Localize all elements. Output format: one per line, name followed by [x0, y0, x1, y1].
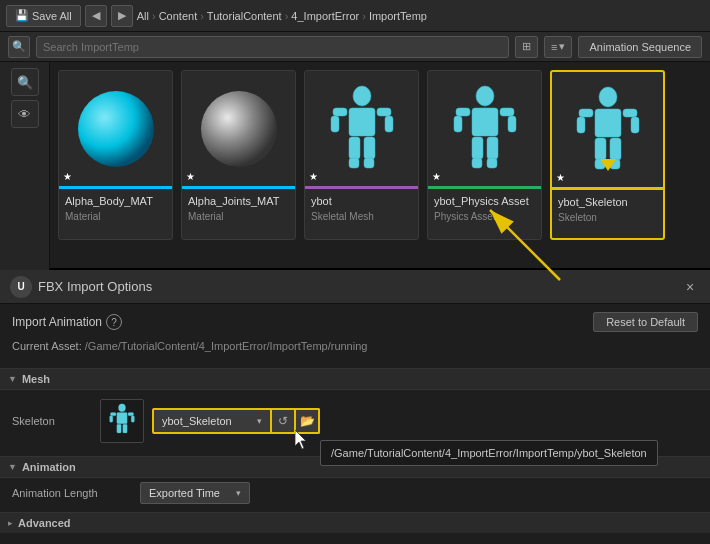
view-toggle-button[interactable]: ⊞ — [515, 36, 538, 58]
figure-ybot-icon — [327, 84, 397, 174]
search-input-wrap — [36, 36, 509, 58]
save-all-button[interactable]: 💾 Save All — [6, 5, 81, 27]
import-animation-label: Import Animation — [12, 315, 102, 329]
breadcrumb-import-temp[interactable]: ImportTemp — [369, 10, 427, 22]
asset-star-icon: ★ — [432, 171, 441, 182]
svg-rect-38 — [131, 416, 134, 422]
search-input[interactable] — [43, 41, 502, 53]
arrow-down-icon — [596, 151, 620, 175]
breadcrumb-tutorial[interactable]: TutorialContent — [207, 10, 282, 22]
advanced-section-header[interactable]: ▸ Advanced — [0, 512, 710, 533]
search-panel-icon[interactable]: 🔍 — [11, 68, 39, 96]
asset-item-ybot-physics[interactable]: ★ ybot_Physics Asset Physics Asset — [427, 70, 542, 240]
dialog-titlebar: U FBX Import Options × — [0, 270, 710, 304]
search-bar: 🔍 ⊞ ≡ ▾ Animation Sequence — [0, 32, 710, 62]
svg-rect-5 — [377, 108, 391, 116]
asset-thumb-ybot-physics: ★ — [428, 71, 541, 186]
svg-rect-11 — [364, 158, 374, 168]
breadcrumb-content[interactable]: Content — [159, 10, 198, 22]
type-bar — [428, 186, 541, 189]
asset-name: ybot_Physics Asset — [434, 195, 535, 207]
svg-rect-9 — [364, 137, 375, 159]
asset-name: ybot — [311, 195, 412, 207]
breadcrumb: All › Content › TutorialContent › 4_Impo… — [137, 10, 427, 22]
asset-type: Physics Asset — [434, 211, 535, 222]
skeleton-thumb-icon — [107, 403, 137, 439]
svg-rect-24 — [579, 109, 593, 117]
asset-item-alpha-body-mat[interactable]: ★ Alpha_Body_MAT Material — [58, 70, 173, 240]
type-bar — [182, 186, 295, 189]
import-animation-label-group: Import Animation ? — [12, 314, 122, 330]
animation-section-title: Animation — [22, 461, 76, 473]
asset-name: ybot_Skeleton — [558, 196, 657, 208]
asset-info: ybot_Skeleton Skeleton — [552, 192, 663, 238]
svg-rect-14 — [456, 108, 470, 116]
svg-point-2 — [353, 86, 371, 106]
skeleton-actions: ↺ 📂 — [272, 408, 320, 434]
asset-item-ybot[interactable]: ★ ybot Skeletal Mesh — [304, 70, 419, 240]
sphere-blue-icon — [71, 84, 161, 174]
animation-sequence-filter-button[interactable]: Animation Sequence — [578, 36, 702, 58]
asset-star-icon: ★ — [309, 171, 318, 182]
left-panel: 🔍 👁 — [0, 62, 50, 270]
svg-rect-4 — [333, 108, 347, 116]
breadcrumb-all[interactable]: All — [137, 10, 149, 22]
skeleton-dropdown[interactable]: ybot_Skeleton ▾ — [152, 408, 272, 434]
anim-dropdown-arrow-icon: ▾ — [236, 488, 241, 498]
svg-rect-16 — [454, 116, 462, 132]
figure-physics-icon — [450, 84, 520, 174]
asset-item-alpha-joints-mat[interactable]: ★ Alpha_Joints_MAT Material — [181, 70, 296, 240]
filter-icon: ≡ — [551, 41, 557, 53]
breadcrumb-import-error[interactable]: 4_ImportError — [291, 10, 359, 22]
svg-point-22 — [599, 87, 617, 107]
asset-item-ybot-skeleton[interactable]: ★ ybot_Skeleton Skeleton — [550, 70, 665, 240]
skeleton-refresh-button[interactable]: ↺ — [272, 408, 296, 434]
asset-thumb-ybot: ★ — [305, 71, 418, 186]
svg-rect-6 — [331, 116, 339, 132]
svg-rect-35 — [110, 413, 116, 416]
sphere-gray-icon — [194, 84, 284, 174]
nav-forward-button[interactable]: ▶ — [111, 5, 133, 27]
help-icon[interactable]: ? — [106, 314, 122, 330]
svg-rect-36 — [128, 413, 134, 416]
svg-rect-20 — [472, 158, 482, 168]
asset-info: Alpha_Body_MAT Material — [59, 191, 172, 239]
svg-rect-34 — [117, 413, 127, 424]
animation-length-dropdown[interactable]: Exported Time ▾ — [140, 482, 250, 504]
asset-name: Alpha_Joints_MAT — [188, 195, 289, 207]
animation-length-row: Animation Length Exported Time ▾ — [0, 478, 710, 508]
current-asset-path: /Game/TutorialContent/4_ImportError/Impo… — [85, 340, 368, 352]
svg-rect-40 — [123, 424, 127, 433]
anim-chevron-icon: ▼ — [8, 462, 17, 472]
view-panel-icon[interactable]: 👁 — [11, 100, 39, 128]
skeleton-label: Skeleton — [12, 415, 92, 427]
filter-button[interactable]: ≡ ▾ — [544, 36, 572, 58]
nav-back-button[interactable]: ◀ — [85, 5, 107, 27]
mesh-section-title: Mesh — [22, 373, 50, 385]
skeleton-dropdown-wrap: ybot_Skeleton ▾ ↺ 📂 — [152, 408, 320, 434]
svg-rect-25 — [623, 109, 637, 117]
asset-browser-panel: 💾 Save All ◀ ▶ All › Content › TutorialC… — [0, 0, 710, 270]
advanced-section-title: Advanced — [18, 517, 71, 529]
dialog-title: FBX Import Options — [38, 279, 152, 294]
asset-star-icon: ★ — [186, 171, 195, 182]
unreal-logo: U — [10, 276, 32, 298]
svg-rect-17 — [508, 116, 516, 132]
asset-type: Material — [65, 211, 166, 222]
search-icon-btn[interactable]: 🔍 — [8, 36, 30, 58]
asset-name: Alpha_Body_MAT — [65, 195, 166, 207]
mesh-section-content: Skeleton — [0, 390, 710, 452]
mesh-chevron-icon: ▼ — [8, 374, 17, 384]
asset-type: Skeletal Mesh — [311, 211, 412, 222]
current-asset-row: Current Asset: /Game/TutorialContent/4_I… — [12, 340, 698, 352]
asset-type: Material — [188, 211, 289, 222]
dialog-close-button[interactable]: × — [680, 277, 700, 297]
svg-rect-7 — [385, 116, 393, 132]
animation-section-header[interactable]: ▼ Animation — [0, 456, 710, 478]
skeleton-browse-button[interactable]: 📂 — [296, 408, 320, 434]
reset-to-default-button[interactable]: Reset to Default — [593, 312, 698, 332]
dialog-title-left: U FBX Import Options — [10, 276, 152, 298]
svg-point-33 — [118, 404, 125, 412]
svg-rect-37 — [110, 416, 113, 422]
mesh-section-header[interactable]: ▼ Mesh — [0, 368, 710, 390]
